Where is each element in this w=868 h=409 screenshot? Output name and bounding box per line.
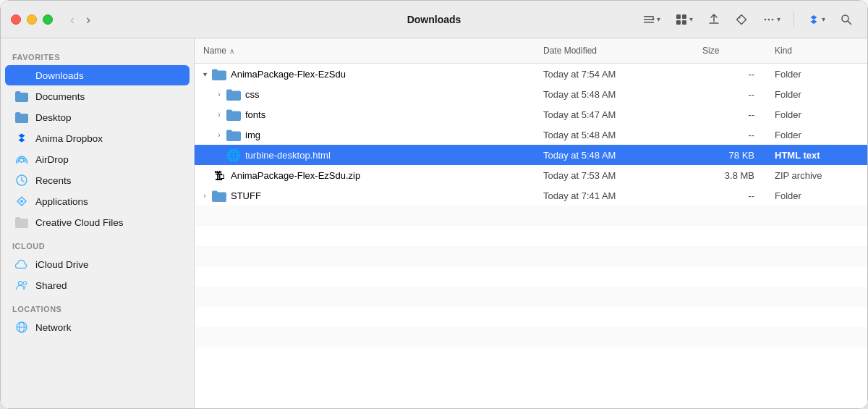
empty-row	[195, 246, 867, 266]
network-icon	[15, 321, 28, 334]
tag-button[interactable]	[731, 10, 752, 29]
file-kind: Folder	[766, 130, 867, 140]
grid-view-arrow: ▾	[689, 15, 693, 23]
fullscreen-button[interactable]	[43, 14, 53, 25]
traffic-lights	[11, 14, 53, 25]
file-name-cell: › img	[195, 127, 535, 142]
close-button[interactable]	[11, 14, 21, 25]
share-icon	[707, 13, 720, 26]
empty-row	[195, 287, 867, 307]
folder-icon	[212, 67, 226, 81]
dropbox-arrow: ▾	[822, 15, 825, 23]
forward-button[interactable]: ›	[82, 12, 95, 28]
file-name-text: turbine-desktop.html	[245, 150, 331, 161]
back-button[interactable]: ‹	[66, 12, 79, 28]
svg-line-12	[848, 21, 851, 25]
file-row[interactable]: › cssToday at 5:48 AM--Folder	[195, 84, 867, 104]
shared-icon	[15, 279, 28, 292]
svg-rect-5	[676, 20, 681, 25]
sidebar-airdrop-label: AirDrop	[35, 154, 69, 165]
name-column-header[interactable]: Name ∧	[195, 43, 535, 59]
folder-icon	[226, 87, 241, 101]
main-file-area: Name ∧ Date Modified Size Kind ▾ AnimaPa…	[195, 38, 867, 408]
nav-buttons: ‹ ›	[66, 12, 95, 28]
file-row[interactable]: ▾ AnimaPackage-Flex-EzSduToday at 7:54 A…	[195, 64, 867, 84]
sidebar-item-icloud-drive[interactable]: iCloud Drive	[5, 254, 190, 274]
file-row[interactable]: 🗜AnimaPackage-Flex-EzSdu.zipToday at 7:5…	[195, 165, 867, 185]
sidebar-shared-label: Shared	[35, 280, 67, 291]
file-size: --	[694, 130, 766, 140]
empty-row	[195, 206, 867, 226]
sidebar-item-anima-dropbox[interactable]: Anima Dropbox	[5, 128, 190, 148]
disclosure-button[interactable]: ›	[197, 188, 212, 203]
more-button[interactable]: ▾	[758, 10, 785, 29]
date-column-header[interactable]: Date Modified	[535, 43, 694, 59]
file-name-cell: ▾ AnimaPackage-Flex-EzSdu	[195, 67, 535, 81]
file-name-text: AnimaPackage-Flex-EzSdu	[231, 69, 346, 80]
search-icon	[840, 13, 853, 26]
list-view-button[interactable]: ▾	[638, 10, 665, 29]
sidebar-item-shared[interactable]: Shared	[5, 275, 190, 295]
file-row[interactable]: 🌐turbine-desktop.htmlToday at 5:48 AM78 …	[195, 145, 867, 165]
file-name-cell: › css	[195, 87, 535, 101]
file-kind: Folder	[766, 89, 867, 100]
search-button[interactable]	[835, 10, 857, 29]
sidebar-network-label: Network	[35, 322, 72, 333]
file-size: --	[694, 69, 766, 80]
icloud-icon	[15, 258, 28, 271]
toolbar-actions: ▾ ▾	[638, 10, 857, 29]
svg-rect-4	[682, 14, 686, 19]
applications-icon	[15, 195, 28, 208]
content-area: Favorites Downloads Documents	[1, 38, 867, 408]
sidebar-item-applications[interactable]: Applications	[5, 191, 190, 211]
folder-icon	[15, 90, 28, 103]
sidebar-item-network[interactable]: Network	[5, 317, 190, 337]
list-view-arrow: ▾	[657, 15, 660, 23]
file-row[interactable]: › imgToday at 5:48 AM--Folder	[195, 125, 867, 145]
disclosure-button[interactable]: ›	[212, 87, 226, 101]
empty-row	[195, 226, 867, 246]
finder-window: ‹ › Downloads ▾	[0, 0, 868, 409]
disclosure-button[interactable]: ›	[212, 127, 226, 142]
file-row[interactable]: › fontsToday at 5:47 AM--Folder	[195, 104, 867, 125]
file-size: --	[694, 190, 766, 201]
html-icon: 🌐	[226, 148, 241, 162]
disclosure-button[interactable]: ▾	[197, 67, 212, 81]
folder-icon	[212, 188, 226, 203]
file-date: Today at 7:41 AM	[535, 190, 694, 201]
disclosure-button[interactable]: ›	[212, 107, 226, 122]
share-button[interactable]	[703, 10, 725, 29]
kind-column-header[interactable]: Kind	[766, 43, 867, 59]
more-arrow: ▾	[777, 15, 780, 23]
file-name-cell: 🗜AnimaPackage-Flex-EzSdu.zip	[195, 168, 535, 182]
favorites-header: Favorites	[1, 44, 194, 64]
minimize-button[interactable]	[27, 14, 37, 25]
svg-point-16	[19, 282, 22, 285]
sidebar-item-airdrop[interactable]: AirDrop	[5, 149, 190, 169]
sidebar-item-creative-cloud[interactable]: Creative Cloud Files	[5, 212, 190, 232]
separator	[793, 12, 794, 28]
sidebar-applications-label: Applications	[35, 196, 88, 207]
sidebar-item-recents[interactable]: Recents	[5, 170, 190, 190]
svg-point-8	[765, 18, 767, 20]
icloud-header: iCloud	[1, 233, 194, 253]
file-row[interactable]: › STUFFToday at 7:41 AM--Folder	[195, 185, 867, 206]
folder-icon	[15, 69, 28, 82]
disclosure-button	[212, 148, 226, 162]
empty-row	[195, 307, 867, 327]
file-kind: ZIP archive	[766, 170, 867, 181]
file-list: ▾ AnimaPackage-Flex-EzSduToday at 7:54 A…	[195, 64, 867, 408]
sidebar-item-documents[interactable]: Documents	[5, 86, 190, 106]
svg-point-17	[23, 282, 27, 285]
file-name-text: fonts	[245, 109, 265, 120]
sidebar-item-downloads[interactable]: Downloads	[5, 65, 190, 85]
airdrop-icon	[15, 153, 28, 166]
dropbox-button[interactable]: ▾	[803, 10, 830, 29]
size-column-header[interactable]: Size	[694, 43, 766, 59]
file-size: 3.8 MB	[694, 170, 766, 181]
grid-view-button[interactable]: ▾	[671, 10, 697, 29]
file-name-cell: › STUFF	[195, 188, 535, 203]
sidebar-item-desktop[interactable]: Desktop	[5, 107, 190, 127]
disclosure-button	[197, 168, 212, 182]
empty-row	[195, 347, 867, 368]
